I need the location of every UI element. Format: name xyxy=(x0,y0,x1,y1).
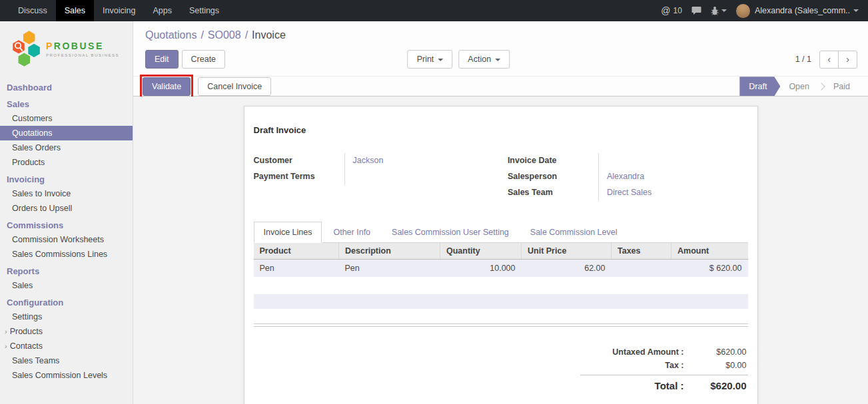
invoice-lines-table: Product Description Quantity Unit Price … xyxy=(254,243,748,277)
sidebar-item-reports-sales[interactable]: Sales xyxy=(0,278,133,293)
control-panel: Quotations/SO008/Invoice Edit Create Pri… xyxy=(133,21,868,76)
sidebar-item-contacts[interactable]: ›Contacts xyxy=(0,339,133,353)
status-step-open[interactable]: Open xyxy=(780,77,818,96)
breadcrumb-separator: / xyxy=(245,29,248,41)
untaxed-amount-label: Untaxed Amount : xyxy=(582,347,693,357)
chevron-down-icon xyxy=(495,59,500,61)
chevron-down-icon xyxy=(438,59,443,61)
breadcrumb-quotations[interactable]: Quotations xyxy=(145,29,197,41)
sidebar-item-commission-worksheets[interactable]: Commission Worksheets xyxy=(0,232,133,247)
top-menubar: Discuss Sales Invoicing Apps Settings @ … xyxy=(0,0,868,21)
salesperson-label: Salesperson xyxy=(508,169,598,185)
untaxed-amount-value: $620.00 xyxy=(693,347,747,357)
avatar xyxy=(736,4,750,18)
breadcrumb: Quotations/SO008/Invoice xyxy=(145,29,857,41)
untaxed-amount-row: Untaxed Amount : $620.00 xyxy=(580,345,748,359)
invoice-date-label: Invoice Date xyxy=(508,153,598,169)
notebook: Invoice Lines Other Info Sales Commissio… xyxy=(254,222,748,309)
sidebar-item-sales-to-invoice[interactable]: Sales to Invoice xyxy=(0,186,133,201)
payment-terms-label: Payment Terms xyxy=(254,169,344,185)
pager-next-button[interactable]: › xyxy=(838,51,857,69)
action-menu-button[interactable]: Action xyxy=(458,50,510,69)
total-value: $620.00 xyxy=(693,380,747,391)
breadcrumb-separator: / xyxy=(201,29,203,41)
customer-label: Customer xyxy=(254,153,344,169)
cell-quantity: 10.000 xyxy=(440,260,522,278)
sidebar-item-customers[interactable]: Customers xyxy=(0,111,133,126)
sidebar-item-sales-teams[interactable]: Sales Teams xyxy=(0,353,133,368)
status-button-row: Validate Cancel Invoice Draft Open Paid xyxy=(133,76,868,97)
invoice-date-value xyxy=(598,153,748,169)
mention-icon: @ xyxy=(661,5,670,16)
cancel-invoice-button[interactable]: Cancel Invoice xyxy=(198,77,271,96)
validate-button[interactable]: Validate xyxy=(143,77,191,96)
sidebar-heading-sales[interactable]: Sales xyxy=(0,95,133,111)
breadcrumb-current: Invoice xyxy=(252,29,286,41)
invoice-sheet: Draft Invoice Customer Jackson Payment T… xyxy=(244,106,758,404)
activities-count: 10 xyxy=(673,6,682,15)
field-groups: Customer Jackson Payment Terms Invoice D… xyxy=(254,153,748,201)
annotation-highlight: Validate xyxy=(140,75,193,99)
print-menu-button[interactable]: Print xyxy=(408,50,453,69)
column-header-description: Description xyxy=(339,243,440,260)
chat-bubble-icon xyxy=(691,6,701,15)
sidebar-item-config-products[interactable]: ›Products xyxy=(0,324,133,339)
menu-invoicing[interactable]: Invoicing xyxy=(94,0,144,21)
logo-title: PROBUSE xyxy=(46,41,119,51)
table-row[interactable]: Pen Pen 10.000 62.00 $ 620.00 xyxy=(254,260,748,278)
pager-value: 1 / 1 xyxy=(795,55,811,64)
sidebar-item-sales-commissions-lines[interactable]: Sales Commissions Lines xyxy=(0,247,133,262)
app-logo: PROBUSE PROFESSIONAL BUSINESS xyxy=(0,21,133,78)
edit-button[interactable]: Edit xyxy=(145,50,179,69)
menu-settings[interactable]: Settings xyxy=(181,0,228,21)
menu-discuss[interactable]: Discuss xyxy=(9,0,56,21)
tab-invoice-lines[interactable]: Invoice Lines xyxy=(254,222,322,243)
menu-sales[interactable]: Sales xyxy=(56,0,94,21)
sidebar-item-sales-commission-levels[interactable]: Sales Commission Levels xyxy=(0,368,133,383)
sidebar-item-products[interactable]: Products xyxy=(0,155,133,170)
logo-hexagons-icon xyxy=(11,30,43,69)
status-step-paid[interactable]: Paid xyxy=(825,77,859,96)
customer-link[interactable]: Jackson xyxy=(353,156,384,165)
cell-description: Pen xyxy=(339,260,440,278)
sidebar-heading-configuration[interactable]: Configuration xyxy=(0,293,133,309)
tax-value: $0.00 xyxy=(693,361,747,370)
bug-icon xyxy=(711,6,719,15)
debug-menu[interactable] xyxy=(711,6,727,15)
sidebar-heading-commissions[interactable]: Commissions xyxy=(0,216,133,232)
cell-amount: $ 620.00 xyxy=(671,260,748,278)
tab-sale-commission-level[interactable]: Sale Commission Level xyxy=(520,222,628,243)
empty-row-stripe xyxy=(254,294,748,309)
sidebar-item-settings[interactable]: Settings xyxy=(0,309,133,324)
tab-other-info[interactable]: Other Info xyxy=(323,222,380,243)
print-action-group: Print Action xyxy=(408,50,510,69)
menu-apps[interactable]: Apps xyxy=(144,0,181,21)
pager-previous-button[interactable]: ‹ xyxy=(819,51,839,69)
chevron-down-icon xyxy=(853,9,859,12)
sidebar-heading-reports[interactable]: Reports xyxy=(0,262,133,278)
activities-counter[interactable]: @ 10 xyxy=(661,5,682,16)
sidebar: PROBUSE PROFESSIONAL BUSINESS Dashboard … xyxy=(0,21,133,404)
breadcrumb-so008[interactable]: SO008 xyxy=(208,29,241,41)
sales-team-link[interactable]: Direct Sales xyxy=(607,188,651,197)
cell-unit-price: 62.00 xyxy=(522,260,612,278)
sidebar-item-quotations[interactable]: Quotations xyxy=(0,126,133,140)
column-header-unit-price: Unit Price xyxy=(522,243,612,260)
messages-icon[interactable] xyxy=(691,6,701,15)
totals-block: Untaxed Amount : $620.00 Tax : $0.00 Tot… xyxy=(580,345,748,393)
salesperson-link[interactable]: Alexandra xyxy=(607,172,644,181)
pager: 1 / 1 ‹ › xyxy=(795,51,857,69)
statusbar: Draft Open Paid xyxy=(739,77,868,96)
sidebar-heading-invoicing[interactable]: Invoicing xyxy=(0,170,133,186)
column-header-amount: Amount xyxy=(671,243,748,260)
sidebar-item-orders-to-upsell[interactable]: Orders to Upsell xyxy=(0,201,133,216)
user-menu[interactable]: Alexandra (Sales_comm.. xyxy=(736,4,859,18)
total-row: Total : $620.00 xyxy=(580,375,748,393)
sidebar-heading-dashboard[interactable]: Dashboard xyxy=(0,78,133,95)
sidebar-item-sales-orders[interactable]: Sales Orders xyxy=(0,140,133,155)
systray: @ 10 Alexandra (Sales_comm.. xyxy=(661,0,868,21)
tab-sales-commission-user-setting[interactable]: Sales Commission User Setting xyxy=(382,222,519,243)
status-step-draft[interactable]: Draft xyxy=(739,77,780,96)
create-button[interactable]: Create xyxy=(182,50,226,69)
logo-subtitle: PROFESSIONAL BUSINESS xyxy=(46,53,119,57)
